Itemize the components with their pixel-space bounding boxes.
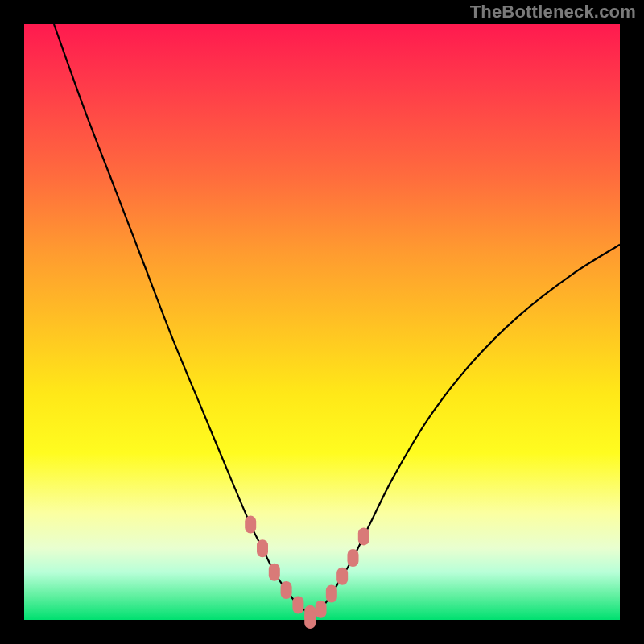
chart-svg <box>24 24 620 620</box>
marker-pill <box>257 539 268 557</box>
marker-pill <box>336 568 348 585</box>
marker-pill <box>347 549 358 567</box>
curve-left <box>54 24 310 614</box>
marker-pill <box>316 601 327 618</box>
marker-pill <box>304 611 316 629</box>
marker-pill <box>281 581 292 599</box>
marker-pill <box>269 564 280 581</box>
marker-pill <box>245 516 256 534</box>
marker-pill <box>292 597 303 614</box>
watermark-text: TheBottleneck.com <box>470 2 636 23</box>
markers-group <box>245 516 369 629</box>
chart-frame: TheBottleneck.com <box>0 0 644 644</box>
marker-pill <box>326 584 337 602</box>
marker-pill <box>358 527 369 545</box>
plot-area <box>24 24 620 620</box>
